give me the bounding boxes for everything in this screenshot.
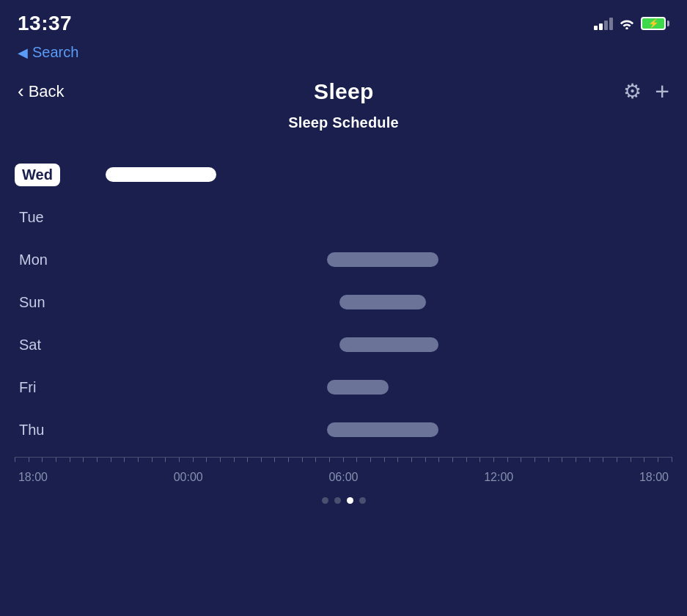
status-bar: 13:37 ⚡ xyxy=(0,0,687,44)
signal-icon xyxy=(594,17,613,30)
tick-mark xyxy=(15,458,15,462)
nav-row: ‹ Back Sleep ⚙ + xyxy=(0,70,687,110)
back-label: Back xyxy=(29,82,65,101)
day-label: Sun xyxy=(15,294,67,311)
day-label: Tue xyxy=(15,209,67,226)
bar-area xyxy=(81,323,672,366)
search-chevron-icon: ◀ xyxy=(18,45,28,61)
day-row[interactable]: Wed xyxy=(15,153,672,196)
schedule-rows: WedTueMonSunSatFriThu xyxy=(15,153,672,451)
day-label: Sat xyxy=(15,337,67,353)
sleep-bar[interactable] xyxy=(327,380,389,395)
tick-mark xyxy=(562,458,562,462)
tick-mark xyxy=(152,458,153,462)
tick-mark xyxy=(603,458,603,462)
back-button[interactable]: ‹ Back xyxy=(18,80,65,103)
page-dot[interactable] xyxy=(322,497,328,504)
nav-icons: ⚙ + xyxy=(623,77,669,106)
day-label: Wed xyxy=(15,164,60,186)
tick-mark xyxy=(206,458,207,462)
tick-mark xyxy=(111,458,111,462)
search-row: ◀ Search xyxy=(0,44,687,70)
tick-mark xyxy=(356,458,357,462)
day-row[interactable]: Thu xyxy=(15,408,672,451)
tick-mark xyxy=(179,458,180,462)
day-row[interactable]: Mon xyxy=(15,238,672,281)
status-time: 13:37 xyxy=(18,12,72,35)
timeline-label: 18:00 xyxy=(636,471,672,484)
tick-mark xyxy=(507,458,508,462)
day-row[interactable]: Sat xyxy=(15,323,672,366)
sleep-bar[interactable] xyxy=(339,337,438,352)
sleep-chart: WedTueMonSunSatFriThu 18:0000:0006:0012:… xyxy=(0,153,687,511)
tick-mark xyxy=(452,458,453,462)
bar-area xyxy=(81,408,672,451)
tick-mark xyxy=(261,458,262,462)
tick-mark xyxy=(411,458,412,462)
bar-area xyxy=(81,238,672,281)
tick-mark xyxy=(438,458,439,462)
back-chevron-icon: ‹ xyxy=(18,80,24,103)
day-row[interactable]: Tue xyxy=(15,196,672,238)
tick-mark xyxy=(247,458,248,462)
tick-mark xyxy=(576,458,576,462)
add-icon[interactable]: + xyxy=(655,77,669,106)
battery-icon: ⚡ xyxy=(641,17,669,30)
day-label: Thu xyxy=(15,422,67,439)
page-dots xyxy=(15,484,672,511)
search-link[interactable]: Search xyxy=(32,44,78,61)
tick-mark xyxy=(397,458,398,462)
tick-mark xyxy=(672,458,672,462)
tick-mark xyxy=(288,458,289,462)
timeline-label: 00:00 xyxy=(170,471,207,484)
timeline: 18:0000:0006:0012:0018:00 xyxy=(15,457,672,484)
tick-mark xyxy=(644,458,644,462)
tick-mark xyxy=(165,458,166,462)
sleep-bar[interactable] xyxy=(327,252,438,267)
timeline-label: 12:00 xyxy=(480,471,517,484)
page-dot[interactable] xyxy=(347,497,353,504)
tick-mark xyxy=(548,458,549,462)
tick-mark xyxy=(425,458,426,462)
tick-mark xyxy=(274,458,275,462)
tick-mark xyxy=(343,458,344,462)
tick-mark xyxy=(466,458,467,462)
tick-mark xyxy=(658,458,658,462)
page-dot[interactable] xyxy=(359,497,366,504)
tick-mark xyxy=(220,458,221,462)
tick-mark xyxy=(521,458,521,462)
bar-area xyxy=(81,196,672,238)
tick-mark xyxy=(631,458,631,462)
tick-mark xyxy=(138,458,139,462)
bar-area xyxy=(81,281,672,323)
page-dot[interactable] xyxy=(334,497,341,504)
sleep-bar[interactable] xyxy=(327,422,438,437)
page-title: Sleep xyxy=(314,79,374,104)
tick-mark xyxy=(56,458,56,462)
wifi-icon xyxy=(619,18,635,29)
tick-mark xyxy=(124,458,125,462)
tick-mark xyxy=(193,458,194,462)
timeline-label: 18:00 xyxy=(15,471,51,484)
settings-icon[interactable]: ⚙ xyxy=(623,79,642,103)
tick-mark xyxy=(493,458,494,462)
sleep-bar[interactable] xyxy=(106,167,216,182)
tick-marks xyxy=(15,458,672,462)
tick-mark xyxy=(97,458,98,462)
day-row[interactable]: Fri xyxy=(15,366,672,408)
tick-mark xyxy=(315,458,316,462)
tick-mark xyxy=(384,458,385,462)
bar-area xyxy=(81,153,672,196)
tick-mark xyxy=(29,458,29,462)
sleep-bar[interactable] xyxy=(339,295,426,309)
tick-mark xyxy=(70,458,70,462)
day-label: Mon xyxy=(15,252,67,268)
tick-mark xyxy=(302,458,303,462)
tick-mark xyxy=(534,458,535,462)
tick-mark xyxy=(589,458,590,462)
tick-mark xyxy=(234,458,235,462)
bar-area xyxy=(81,366,672,408)
timeline-labels: 18:0000:0006:0012:0018:00 xyxy=(15,463,672,484)
timeline-label: 06:00 xyxy=(326,471,362,484)
day-row[interactable]: Sun xyxy=(15,281,672,323)
